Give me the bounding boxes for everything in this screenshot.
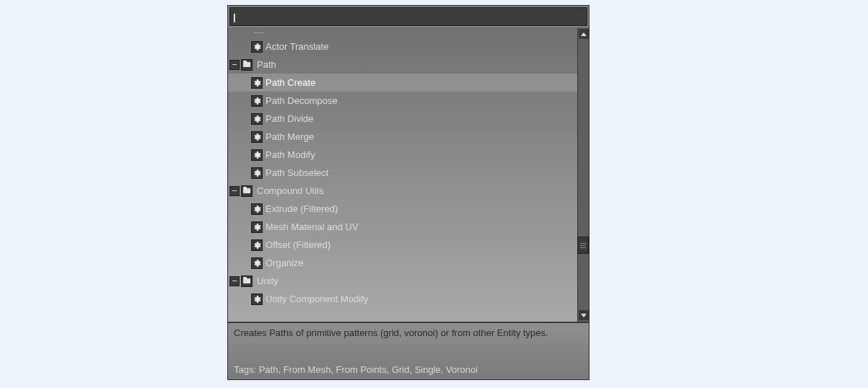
gear-icon bbox=[251, 77, 263, 89]
group-label: Compound Utils bbox=[257, 185, 324, 196]
gear-icon bbox=[251, 167, 263, 179]
group-label: Unity bbox=[257, 275, 279, 286]
item-actor-translate[interactable]: Actor Translate bbox=[228, 38, 577, 56]
search-input[interactable] bbox=[236, 12, 584, 22]
item-label: Extrude (Filtered) bbox=[266, 203, 338, 214]
item-label: Path Subselect bbox=[266, 167, 328, 178]
tree-content: ── Actor Translate − Path Path Create bbox=[228, 27, 577, 322]
item-label: Path Divide bbox=[266, 113, 313, 124]
item-label: Organize bbox=[266, 257, 304, 268]
gear-icon bbox=[251, 41, 263, 53]
item-extrude-filtered[interactable]: Extrude (Filtered) bbox=[228, 200, 577, 218]
gear-icon bbox=[251, 257, 263, 269]
scroll-thumb[interactable] bbox=[577, 237, 589, 254]
item-offset-filtered[interactable]: Offset (Filtered) bbox=[228, 236, 577, 254]
folder-icon bbox=[241, 59, 253, 71]
ellipsis-indicator: ── bbox=[228, 29, 577, 38]
gear-icon bbox=[251, 239, 263, 251]
gear-icon bbox=[251, 149, 263, 161]
vertical-scrollbar[interactable] bbox=[577, 27, 589, 322]
collapse-toggle[interactable]: − bbox=[229, 60, 240, 70]
item-path-decompose[interactable]: Path Decompose bbox=[228, 92, 577, 110]
scroll-down-button[interactable] bbox=[579, 310, 589, 320]
group-path[interactable]: − Path bbox=[228, 56, 577, 74]
item-label: Offset (Filtered) bbox=[266, 239, 330, 250]
gear-icon bbox=[251, 203, 263, 215]
gear-icon bbox=[251, 221, 263, 233]
folder-icon bbox=[241, 185, 253, 197]
item-unity-component-modify[interactable]: Unity Component Modify bbox=[228, 290, 577, 308]
gear-icon bbox=[251, 294, 263, 305]
item-label: Mesh Material and UV bbox=[266, 221, 359, 232]
group-label: Path bbox=[257, 59, 276, 70]
item-path-merge[interactable]: Path Merge bbox=[228, 128, 577, 146]
tree-area: ── Actor Translate − Path Path Create bbox=[228, 27, 589, 322]
scroll-up-button[interactable] bbox=[579, 29, 589, 39]
group-unity[interactable]: − Unity bbox=[228, 272, 577, 290]
group-compound-utils[interactable]: − Compound Utils bbox=[228, 182, 577, 200]
item-label: Path Create bbox=[266, 77, 315, 88]
item-path-create[interactable]: Path Create bbox=[228, 74, 577, 92]
gear-icon bbox=[251, 131, 263, 143]
item-label: Unity Component Modify bbox=[266, 294, 368, 304]
collapse-toggle[interactable]: − bbox=[229, 276, 240, 286]
item-path-divide[interactable]: Path Divide bbox=[228, 110, 577, 128]
info-description: Creates Paths of primitive patterns (gri… bbox=[234, 327, 583, 338]
item-organize[interactable]: Organize bbox=[228, 254, 577, 272]
folder-icon bbox=[241, 275, 253, 287]
item-label: Path Merge bbox=[266, 131, 314, 142]
search-bar[interactable]: | bbox=[229, 7, 587, 26]
item-path-modify[interactable]: Path Modify bbox=[228, 146, 577, 164]
info-panel: Creates Paths of primitive patterns (gri… bbox=[228, 322, 589, 379]
item-mesh-material-uv[interactable]: Mesh Material and UV bbox=[228, 218, 577, 236]
item-label: Actor Translate bbox=[266, 41, 328, 52]
gear-icon bbox=[251, 95, 263, 107]
item-label: Path Decompose bbox=[266, 95, 338, 106]
gear-icon bbox=[251, 113, 263, 125]
item-path-subselect[interactable]: Path Subselect bbox=[228, 164, 577, 182]
info-tags: Tags: Path, From Mesh, From Points, Grid… bbox=[234, 364, 583, 375]
node-picker-panel: | ── Actor Translate − Path Pa bbox=[227, 5, 589, 380]
item-label: Path Modify bbox=[266, 149, 315, 160]
collapse-toggle[interactable]: − bbox=[229, 186, 240, 196]
